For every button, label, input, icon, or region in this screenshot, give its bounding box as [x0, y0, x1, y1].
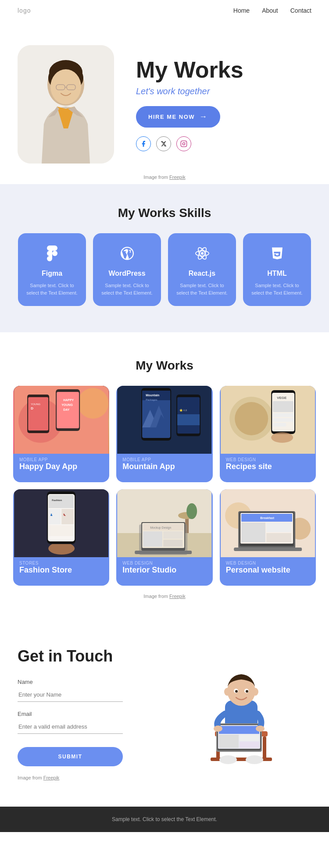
contact-form: Name Email SUBMIT	[18, 679, 158, 766]
work-card-info: STORES Fashion Store	[13, 557, 109, 580]
svg-rect-110	[240, 735, 259, 741]
nav-contact[interactable]: Contact	[290, 7, 311, 14]
hero-content: My Works Let's work together HIRE ME NOW…	[114, 57, 243, 151]
work-card-personal[interactable]: Breakfast WEB DESIGN Personal website	[220, 489, 316, 586]
work-tag: MOBILE APP	[19, 457, 103, 462]
svg-text:HAPPY: HAPPY	[63, 398, 74, 402]
hero-person-svg	[18, 45, 114, 164]
svg-point-103	[235, 690, 238, 693]
work-tag: STORES	[19, 561, 103, 566]
svg-text:Mountain: Mountain	[146, 394, 159, 397]
logo: logo	[18, 7, 31, 14]
work-name: Personal website	[226, 566, 310, 575]
svg-rect-60	[49, 525, 74, 536]
svg-point-99	[224, 688, 230, 696]
svg-text:Mockup Design: Mockup Design	[150, 526, 171, 530]
figma-icon	[26, 245, 78, 265]
name-input[interactable]	[18, 688, 123, 702]
svg-rect-9	[181, 141, 186, 146]
svg-point-44	[235, 402, 268, 435]
skills-grid: Figma Sample text. Click to select the T…	[13, 233, 316, 306]
svg-text:YOUNG: YOUNG	[61, 403, 73, 406]
work-card-info: MOBILE APP Mountain App	[116, 454, 212, 477]
nav-home[interactable]: Home	[233, 7, 250, 14]
svg-rect-26	[28, 397, 48, 430]
work-card-mountain[interactable]: Mountain Packages ⭐ 4.8 MOBILE APP Mount…	[116, 386, 212, 482]
contact-person-svg	[191, 657, 292, 771]
skill-desc-react: Sample text. Click to select the Text El…	[176, 282, 228, 296]
svg-point-5	[50, 69, 81, 104]
works-section: My Works HAPPY YOUNG DAY	[0, 332, 329, 616]
navbar: logo Home About Contact	[0, 0, 329, 21]
work-tag: MOBILE APP	[122, 457, 206, 462]
works-title: My Works	[13, 359, 316, 373]
submit-button[interactable]: SUBMIT	[18, 747, 123, 766]
mountain-illustration: Mountain Packages ⭐ 4.8	[116, 386, 212, 454]
svg-rect-89	[234, 548, 302, 551]
twitter-x-icon[interactable]	[156, 136, 171, 151]
footer: Sample text. Click to select the Text El…	[0, 807, 329, 832]
svg-point-113	[256, 726, 265, 732]
email-field: Email	[18, 711, 158, 734]
svg-rect-109	[219, 735, 239, 748]
svg-point-11	[185, 142, 186, 142]
skill-card-figma: Figma Sample text. Click to select the T…	[18, 233, 86, 306]
hero-image	[18, 45, 114, 164]
work-card-happy-day[interactable]: HAPPY YOUNG DAY YOUNG D MOBILE APP Happy…	[13, 386, 109, 482]
svg-rect-111	[240, 742, 259, 748]
svg-rect-77	[135, 551, 192, 554]
svg-rect-92	[263, 736, 266, 761]
svg-text:Breakfast: Breakfast	[260, 516, 275, 519]
hero-section: My Works Let's work together HIRE ME NOW…	[0, 21, 329, 184]
fashion-illustration: Fashion 👗 👠	[13, 489, 109, 557]
svg-point-96	[246, 755, 263, 764]
svg-point-15	[201, 252, 204, 255]
svg-rect-88	[266, 533, 291, 542]
freepik-link-works[interactable]: Freepik	[169, 594, 186, 599]
svg-rect-48	[273, 401, 293, 412]
work-name: Interior Studio	[122, 566, 206, 575]
contact-left: Get in Touch Name Email SUBMIT Image fro…	[18, 647, 158, 780]
svg-rect-57	[49, 495, 74, 508]
svg-point-100	[252, 688, 258, 696]
skill-desc-wp: Sample text. Click to select the Text El…	[101, 282, 153, 296]
works-freepik-note: Image from Freepik	[13, 594, 316, 599]
skills-section: My Works Skills Figma Sample text. Click…	[0, 184, 329, 332]
svg-point-54	[48, 542, 75, 555]
happy-day-illustration: HAPPY YOUNG DAY YOUNG D	[13, 386, 109, 454]
work-tag: WEB DESIGN	[226, 561, 310, 566]
html5-icon	[251, 245, 303, 265]
freepik-link-hero[interactable]: Freepik	[169, 174, 186, 180]
freepik-link-contact[interactable]: Freepik	[43, 775, 60, 780]
svg-rect-51	[273, 423, 286, 427]
svg-rect-74	[163, 531, 182, 539]
svg-point-112	[214, 726, 222, 732]
instagram-icon[interactable]	[176, 136, 191, 151]
svg-rect-40	[177, 414, 200, 425]
email-input[interactable]	[18, 720, 123, 734]
work-card-fashion[interactable]: Fashion 👗 👠 STORES Fashion Store	[13, 489, 109, 586]
hire-me-button[interactable]: HIRE ME NOW →	[136, 106, 220, 128]
svg-rect-75	[163, 540, 182, 547]
facebook-icon[interactable]	[136, 136, 151, 151]
skills-title: My Works Skills	[13, 206, 316, 220]
svg-point-52	[271, 432, 293, 443]
wordpress-icon	[101, 245, 153, 265]
work-card-info: WEB DESIGN Recipes site	[220, 454, 316, 477]
svg-point-10	[182, 142, 185, 145]
work-card-recipes[interactable]: VEGE WEB DESIGN Recipes site	[220, 386, 316, 482]
svg-text:👠: 👠	[63, 513, 66, 516]
work-card-info: WEB DESIGN Interior Studio	[116, 557, 212, 580]
svg-text:⭐ 4.8: ⭐ 4.8	[179, 409, 187, 412]
svg-rect-59	[61, 509, 74, 524]
skill-desc-html: Sample text. Click to select the Text El…	[251, 282, 303, 296]
arrow-icon: →	[199, 112, 208, 121]
nav-about[interactable]: About	[262, 7, 278, 14]
skill-name-figma: Figma	[26, 270, 78, 277]
work-card-info: WEB DESIGN Personal website	[220, 557, 316, 580]
social-icons	[136, 136, 243, 151]
react-icon	[176, 245, 228, 265]
svg-text:DAY: DAY	[63, 408, 69, 411]
works-grid: HAPPY YOUNG DAY YOUNG D MOBILE APP Happy…	[13, 386, 316, 586]
work-card-interior[interactable]: Mockup Design WEB DESIGN Interior Studio	[116, 489, 212, 586]
